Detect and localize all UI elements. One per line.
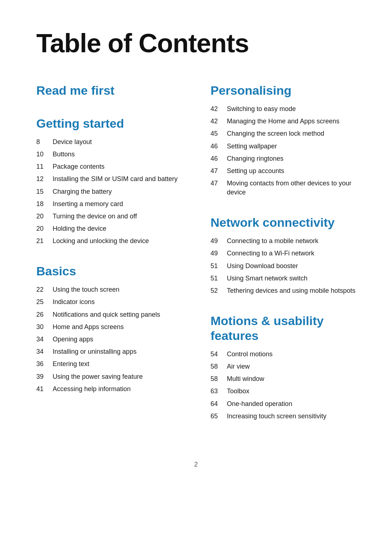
page-number: 8 xyxy=(36,138,53,147)
section-title-getting-started: Getting started xyxy=(36,116,178,131)
list-item: 42 Switching to easy mode xyxy=(211,104,356,114)
list-item: 8 Device layout xyxy=(36,138,178,147)
list-item: 34 Opening apps xyxy=(36,335,178,344)
section-title-basics: Basics xyxy=(36,264,178,279)
toc-entry-text: Tethering devices and using mobile hotsp… xyxy=(227,286,355,295)
page-number: 58 xyxy=(211,362,227,371)
page-number: 34 xyxy=(36,347,53,356)
list-item: 15 Charging the battery xyxy=(36,187,178,196)
toc-entry-text: Installing or uninstalling apps xyxy=(53,347,136,356)
toc-entry-text: Setting wallpaper xyxy=(227,142,277,151)
page-number: 20 xyxy=(36,224,53,233)
toc-entry-text: Notifications and quick setting panels xyxy=(53,310,160,319)
toc-entry-text: Locking and unlocking the device xyxy=(53,237,149,246)
page-number: 10 xyxy=(36,150,53,159)
list-item: 36 Entering text xyxy=(36,360,178,369)
toc-entry-text: Toolbox xyxy=(227,387,249,396)
toc-entry-text: Package contents xyxy=(53,162,105,171)
list-item: 42 Managing the Home and Apps screens xyxy=(211,117,356,126)
toc-entry-text: Using the touch screen xyxy=(53,285,119,294)
section-basics: Basics 22 Using the touch screen 25 Indi… xyxy=(36,264,178,393)
list-item: 47 Setting up accounts xyxy=(211,167,356,176)
list-item: 20 Holding the device xyxy=(36,224,178,233)
toc-entry-text: Managing the Home and Apps screens xyxy=(227,117,339,126)
list-item: 54 Control motions xyxy=(211,350,356,359)
toc-entry-text: Air view xyxy=(227,362,250,371)
list-item: 46 Setting wallpaper xyxy=(211,142,356,151)
toc-entry-text: Using Download booster xyxy=(227,262,298,271)
toc-entry-text: Home and Apps screens xyxy=(53,323,124,332)
toc-entry-text: Using the power saving feature xyxy=(53,372,143,381)
toc-entry-text: Using Smart network switch xyxy=(227,274,307,283)
toc-entry-text: Device layout xyxy=(53,138,92,147)
page-number: 65 xyxy=(211,412,227,421)
section-title-network-connectivity: Network connectivity xyxy=(211,215,356,230)
toc-entry-text: Increasing touch screen sensitivity xyxy=(227,412,326,421)
page-number: 18 xyxy=(36,200,53,209)
list-item: 49 Connecting to a Wi-Fi network xyxy=(211,249,356,258)
page-number: 45 xyxy=(211,129,227,138)
page-number: 20 xyxy=(36,212,53,221)
toc-entry-text: Installing the SIM or USIM card and batt… xyxy=(53,175,177,184)
toc-entry-text: Indicator icons xyxy=(53,297,95,307)
list-item: 49 Connecting to a mobile network xyxy=(211,237,356,246)
section-title-personalising: Personalising xyxy=(211,83,356,98)
page-number: 41 xyxy=(36,385,53,394)
toc-entry-text: Entering text xyxy=(53,360,89,369)
right-column: Personalising 42 Switching to easy mode … xyxy=(207,83,356,439)
list-item: 30 Home and Apps screens xyxy=(36,323,178,332)
page-number: 22 xyxy=(36,285,53,294)
page-number: 49 xyxy=(211,249,227,258)
page-number: 63 xyxy=(211,387,227,396)
page-number: 54 xyxy=(211,350,227,359)
page-number: 51 xyxy=(211,262,227,271)
page-number: 26 xyxy=(36,310,53,319)
motions-usability-list: 54 Control motions 58 Air view 58 Multi … xyxy=(211,350,356,421)
toc-entry-text: Buttons xyxy=(53,150,75,159)
section-network-connectivity: Network connectivity 49 Connecting to a … xyxy=(211,215,356,295)
page-number: 58 xyxy=(211,374,227,383)
basics-list: 22 Using the touch screen 25 Indicator i… xyxy=(36,285,178,394)
page-number: 39 xyxy=(36,372,53,381)
section-motions-usability: Motions & usability features 54 Control … xyxy=(211,313,356,421)
page-number: 25 xyxy=(36,297,53,307)
list-item: 58 Multi window xyxy=(211,374,356,383)
page-number: 51 xyxy=(211,274,227,283)
list-item: 58 Air view xyxy=(211,362,356,371)
page-number: 49 xyxy=(211,237,227,246)
list-item: 41 Accessing help information xyxy=(36,385,178,394)
page-number: 12 xyxy=(36,175,53,184)
page-number: 47 xyxy=(211,179,227,188)
list-item: 63 Toolbox xyxy=(211,387,356,396)
toc-entry-text: One-handed operation xyxy=(227,399,292,409)
page-number: 52 xyxy=(211,286,227,295)
page-number: 42 xyxy=(211,117,227,126)
page-title: Table of Contents xyxy=(36,29,356,58)
page-number: 11 xyxy=(36,162,53,171)
toc-entry-text: Connecting to a Wi-Fi network xyxy=(227,249,314,258)
toc-entry-text: Multi window xyxy=(227,374,264,383)
left-column: Read me first Getting started 8 Device l… xyxy=(36,83,185,439)
list-item: 65 Increasing touch screen sensitivity xyxy=(211,412,356,421)
page-number-footer: 2 xyxy=(194,461,198,468)
section-personalising: Personalising 42 Switching to easy mode … xyxy=(211,83,356,197)
page-number: 15 xyxy=(36,187,53,196)
list-item: 46 Changing ringtones xyxy=(211,154,356,163)
page-number: 46 xyxy=(211,142,227,151)
list-item: 25 Indicator icons xyxy=(36,297,178,307)
toc-entry-text: Turning the device on and off xyxy=(53,212,137,221)
toc-entry-text: Connecting to a mobile network xyxy=(227,237,318,246)
toc-entry-text: Changing ringtones xyxy=(227,154,283,163)
toc-entry-text: Opening apps xyxy=(53,335,93,344)
section-read-me-first: Read me first xyxy=(36,83,178,98)
toc-entry-text: Accessing help information xyxy=(53,385,131,394)
network-connectivity-list: 49 Connecting to a mobile network 49 Con… xyxy=(211,237,356,295)
list-item: 47 Moving contacts from other devices to… xyxy=(211,179,356,197)
page-number: 42 xyxy=(211,104,227,114)
toc-entry-text: Inserting a memory card xyxy=(53,200,123,209)
toc-entry-text: Holding the device xyxy=(53,224,106,233)
page-number: 36 xyxy=(36,360,53,369)
toc-entry-text: Changing the screen lock method xyxy=(227,129,324,138)
toc-entry-text: Control motions xyxy=(227,350,273,359)
getting-started-list: 8 Device layout 10 Buttons 11 Package co… xyxy=(36,138,178,246)
